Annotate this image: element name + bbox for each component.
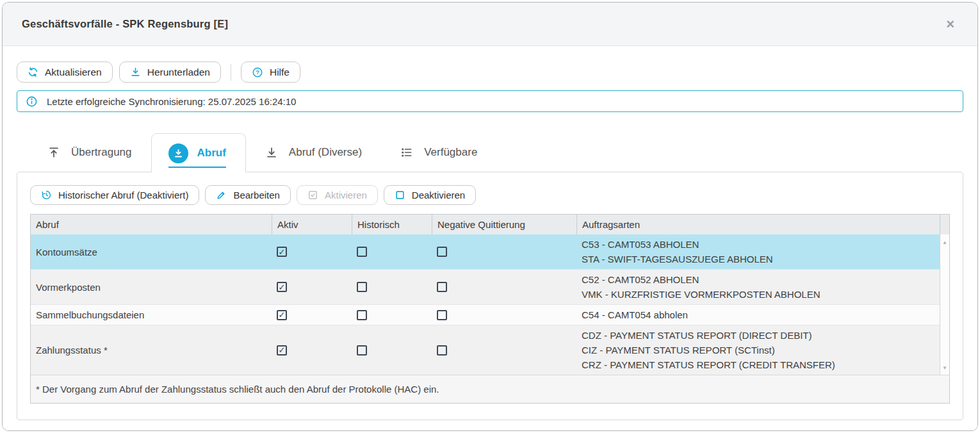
- sync-info-bar: Letzte erfolgreiche Synchronisierung: 25…: [17, 90, 963, 112]
- help-label: Hilfe: [270, 67, 290, 78]
- refresh-button[interactable]: Aktualisieren: [17, 61, 113, 83]
- toolbar-separator: [231, 64, 231, 81]
- download-button[interactable]: Herunterladen: [119, 61, 221, 83]
- table-row[interactable]: Kontoumsätze C53 - CAMT053 ABHOLENSTA - …: [31, 234, 940, 269]
- activate-button[interactable]: Aktivieren: [297, 185, 378, 205]
- edit-button[interactable]: Bearbeiten: [205, 185, 291, 205]
- tab-label: Abruf (Diverse): [289, 146, 362, 159]
- vertical-scrollbar[interactable]: ▲ ▼: [940, 234, 949, 375]
- dialog-geschaeftsvorfaelle: Geschäftsvorfälle - SPK Regensburg [E] ×…: [2, 2, 978, 431]
- cell-historisch: [352, 307, 432, 323]
- cell-aktiv: [272, 244, 352, 259]
- column-header-negative-quittierung: Negative Quittierung: [432, 215, 576, 234]
- cell-aktiv: [272, 307, 352, 323]
- title-bar: Geschäftsvorfälle - SPK Regensburg [E] ×: [3, 3, 977, 46]
- historical-abruf-label: Historischer Abruf (Deaktiviert): [58, 190, 188, 200]
- deactivate-label: Deaktivieren: [412, 190, 465, 200]
- cell-aktiv: [272, 279, 352, 295]
- download-label: Herunterladen: [147, 67, 210, 78]
- activate-label: Aktivieren: [325, 190, 367, 200]
- column-header-auftragsarten: Auftragsarten: [576, 215, 940, 234]
- column-header-historisch: Historisch: [352, 215, 432, 234]
- info-circle-icon: [26, 95, 38, 108]
- table-row[interactable]: Zahlungsstatus * CDZ - PAYMENT STATUS RE…: [31, 325, 940, 375]
- scroll-down-icon[interactable]: ▼: [940, 365, 949, 371]
- checkbox-aktiv[interactable]: [277, 345, 287, 355]
- historical-abruf-button[interactable]: Historischer Abruf (Deaktiviert): [30, 185, 199, 205]
- download-icon: [130, 67, 141, 78]
- cell-historisch: [352, 244, 432, 259]
- pencil-icon: [216, 190, 227, 200]
- cell-negative-quittierung: [432, 279, 576, 295]
- tab-label: Abruf: [197, 147, 226, 159]
- column-header-scrollbar-spacer: [940, 215, 951, 234]
- cell-abruf: Vormerkposten: [31, 279, 272, 295]
- cell-abruf: Kontoumsätze: [31, 244, 272, 260]
- column-header-aktiv: Aktiv: [272, 215, 352, 234]
- cell-historisch: [352, 279, 432, 295]
- table-footnote: * Der Vorgang zum Abruf der Zahlungsstat…: [31, 375, 949, 403]
- edit-label: Bearbeiten: [233, 190, 280, 200]
- dialog-content: Aktualisieren Herunterladen ? H: [3, 46, 977, 431]
- checkbox-empty-icon: [395, 190, 405, 200]
- deactivate-button[interactable]: Deaktivieren: [384, 185, 476, 205]
- table-row[interactable]: Sammelbuchungsdateien C54 - CAMT054 abho…: [31, 304, 940, 325]
- cell-auftragsarten: C54 - CAMT054 abholen: [576, 305, 940, 325]
- scroll-up-icon[interactable]: ▲: [940, 240, 949, 245]
- checkbox-aktiv[interactable]: [277, 247, 287, 257]
- table-row[interactable]: Vormerkposten C52 - CAMT052 ABHOLENVMK -…: [31, 269, 940, 304]
- close-icon[interactable]: ×: [943, 15, 957, 34]
- upload-icon: [47, 146, 60, 159]
- cell-auftragsarten: CDZ - PAYMENT STATUS REPORT (DIRECT DEBI…: [576, 325, 940, 375]
- column-header-abruf: Abruf: [31, 215, 272, 234]
- svg-text:?: ?: [256, 69, 259, 76]
- tab-abruf-diverse[interactable]: Abruf (Diverse): [246, 133, 381, 172]
- list-icon: [400, 146, 413, 159]
- help-circle-icon: ?: [252, 67, 263, 78]
- checkbox-historisch[interactable]: [357, 247, 367, 257]
- tab-verfuegbare[interactable]: Verfügbare: [381, 133, 496, 172]
- checkbox-negative-quittierung[interactable]: [437, 247, 447, 257]
- checkbox-aktiv[interactable]: [277, 282, 287, 292]
- abruf-table: Abruf Aktiv Historisch Negative Quittier…: [30, 214, 950, 404]
- table-header-row: Abruf Aktiv Historisch Negative Quittier…: [31, 215, 949, 234]
- dialog-title: Geschäftsvorfälle - SPK Regensburg [E]: [22, 18, 228, 30]
- checkbox-historisch[interactable]: [357, 282, 367, 292]
- cell-abruf: Zahlungsstatus *: [31, 342, 272, 358]
- toolbar: Aktualisieren Herunterladen ? H: [17, 61, 963, 83]
- cell-negative-quittierung: [432, 244, 576, 259]
- table-body-wrap: Kontoumsätze C53 - CAMT053 ABHOLENSTA - …: [31, 234, 949, 375]
- cell-negative-quittierung: [432, 307, 576, 323]
- help-button[interactable]: ? Hilfe: [241, 61, 300, 83]
- tab-label: Verfügbare: [424, 146, 477, 159]
- refresh-label: Aktualisieren: [45, 67, 102, 78]
- cell-auftragsarten: C53 - CAMT053 ABHOLENSTA - SWIFT-TAGESAU…: [576, 234, 940, 269]
- tab-abruf[interactable]: Abruf: [151, 133, 246, 172]
- action-bar: Historischer Abruf (Deaktiviert) Bearbei…: [30, 185, 950, 205]
- download-circle-icon: [168, 143, 188, 163]
- checkbox-checked-icon: [307, 190, 318, 200]
- checkbox-aktiv[interactable]: [277, 310, 287, 320]
- refresh-icon: [28, 67, 38, 78]
- cell-historisch: [352, 343, 432, 358]
- cell-aktiv: [272, 343, 352, 358]
- cell-abruf: Sammelbuchungsdateien: [31, 307, 272, 323]
- cell-negative-quittierung: [432, 343, 576, 358]
- checkbox-negative-quittierung[interactable]: [437, 282, 447, 292]
- sync-info-text: Letzte erfolgreiche Synchronisierung: 25…: [47, 96, 296, 107]
- checkbox-historisch[interactable]: [357, 345, 367, 355]
- checkbox-negative-quittierung[interactable]: [437, 345, 447, 355]
- cell-auftragsarten: C52 - CAMT052 ABHOLENVMK - KURZFRISTIGE …: [576, 270, 940, 304]
- tab-bar: Übertragung Abruf Abruf (Diverse): [17, 133, 963, 172]
- abruf-tab-panel: Historischer Abruf (Deaktiviert) Bearbei…: [17, 172, 963, 420]
- table-body: Kontoumsätze C53 - CAMT053 ABHOLENSTA - …: [31, 234, 940, 375]
- tab-label: Übertragung: [71, 146, 132, 159]
- checkbox-historisch[interactable]: [357, 310, 367, 320]
- tab-uebertragung[interactable]: Übertragung: [28, 133, 151, 172]
- checkbox-negative-quittierung[interactable]: [437, 310, 447, 320]
- download-icon: [265, 146, 278, 159]
- history-icon: [41, 190, 52, 200]
